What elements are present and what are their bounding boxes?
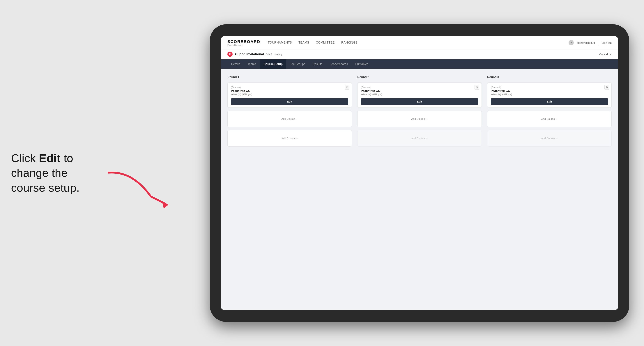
round-1-course-card: 🗑 (Course A) Peachtree GC Yellow (M) (66… — [228, 82, 352, 108]
round-3-edit-button[interactable]: Edit — [491, 98, 608, 105]
edit-bold: Edit — [39, 152, 60, 165]
round-1-add-course-2[interactable]: Add Course + — [228, 130, 352, 147]
main-content: Round 1 🗑 (Course A) Peachtree GC Yellow… — [221, 69, 618, 310]
logo-area: SCOREBOARD Powered by clippd — [228, 39, 260, 46]
round-3-column: Round 3 🗑 (Course A) Peachtree GC Yellow… — [487, 76, 612, 147]
add-plus-icon-r3-2: + — [556, 137, 558, 140]
user-email: blair@clippd.io — [577, 41, 595, 44]
tab-bar: Details Teams Course Setup Tee Groups Re… — [221, 59, 618, 69]
nav-teams[interactable]: TEAMS — [298, 40, 309, 45]
tab-teams[interactable]: Teams — [244, 59, 260, 69]
tab-tee-groups[interactable]: Tee Groups — [286, 59, 309, 69]
tab-leaderboards[interactable]: Leaderboards — [326, 59, 352, 69]
round-3-add-course-1[interactable]: Add Course + — [487, 111, 612, 127]
brand-logo-icon: C — [228, 52, 232, 57]
add-course-label-r3-1: Add Course — [541, 117, 555, 120]
hosting-badge: Hosting — [274, 53, 282, 56]
tab-course-setup[interactable]: Course Setup — [260, 59, 286, 69]
trash-icon-3: 🗑 — [606, 86, 608, 89]
round-2-column: Round 2 🗑 (Course A) Peachtree GC Yellow… — [357, 76, 482, 147]
top-navbar: SCOREBOARD Powered by clippd TOURNAMENTS… — [221, 36, 618, 49]
svg-marker-0 — [162, 201, 168, 208]
trash-icon: 🗑 — [346, 86, 348, 89]
round-2-edit-button[interactable]: Edit — [361, 98, 478, 105]
add-plus-icon-r2-1: + — [426, 117, 428, 121]
round-3-course-details: Yellow (M) (6629 yds) — [491, 93, 608, 96]
round-3-add-course-2: Add Course + — [487, 130, 612, 147]
round-2-delete-button[interactable]: 🗑 — [474, 85, 479, 90]
tablet-device: SCOREBOARD Powered by clippd TOURNAMENTS… — [210, 24, 629, 322]
nav-tournaments[interactable]: TOURNAMENTS — [268, 40, 292, 45]
round-2-add-course-1[interactable]: Add Course + — [357, 111, 482, 127]
close-icon[interactable]: ✕ — [609, 53, 612, 56]
nav-separator: | — [598, 41, 598, 44]
add-course-label-r2-2: Add Course — [411, 137, 425, 140]
add-plus-icon-2: + — [296, 137, 298, 140]
round-1-label: Round 1 — [228, 76, 352, 79]
round-1-add-course-1[interactable]: Add Course + — [228, 111, 352, 127]
round-2-label: Round 2 — [357, 76, 482, 79]
breadcrumb-bar: C Clippd Invitational (Men) Hosting Canc… — [221, 49, 618, 59]
add-course-label-2: Add Course — [281, 137, 295, 140]
tab-results[interactable]: Results — [309, 59, 326, 69]
round-2-add-course-2: Add Course + — [357, 130, 482, 147]
nav-right: B blair@clippd.io | Sign out — [568, 40, 612, 45]
user-avatar: B — [568, 40, 574, 45]
add-course-label-1: Add Course — [281, 117, 295, 120]
round-3-delete-button[interactable]: 🗑 — [604, 85, 609, 90]
round-1-edit-button[interactable]: Edit — [231, 98, 348, 105]
round-1-course-tag: (Course A) — [231, 86, 348, 89]
round-3-label: Round 3 — [487, 76, 612, 79]
round-3-course-name: Peachtree GC — [491, 89, 608, 93]
rounds-grid: Round 1 🗑 (Course A) Peachtree GC Yellow… — [228, 76, 612, 147]
round-2-course-name: Peachtree GC — [361, 89, 478, 93]
round-1-course-name: Peachtree GC — [231, 89, 348, 93]
add-plus-icon-r3-1: + — [556, 117, 558, 121]
instruction-text: Click Edit tochange thecourse setup. — [11, 151, 118, 195]
tournament-title: Clippd Invitational — [235, 52, 264, 56]
sign-out-link[interactable]: Sign out — [602, 41, 612, 44]
nav-links: TOURNAMENTS TEAMS COMMITTEE RANKINGS — [268, 40, 569, 45]
round-2-course-details: Yellow (M) (6629 yds) — [361, 93, 478, 96]
add-course-label-r3-2: Add Course — [541, 137, 555, 140]
round-1-course-details: Yellow (M) (6629 yds) — [231, 93, 348, 96]
tablet-screen: SCOREBOARD Powered by clippd TOURNAMENTS… — [221, 36, 618, 310]
trash-icon-2: 🗑 — [476, 86, 478, 89]
tournament-gender: (Men) — [266, 53, 272, 56]
round-2-course-card: 🗑 (Course A) Peachtree GC Yellow (M) (66… — [357, 82, 482, 108]
add-plus-icon-r2-2: + — [426, 137, 428, 140]
round-3-course-tag: (Course A) — [491, 86, 608, 89]
round-2-course-tag: (Course A) — [361, 86, 478, 89]
round-1-delete-button[interactable]: 🗑 — [345, 85, 350, 90]
cancel-button[interactable]: Cancel — [599, 53, 608, 56]
nav-committee[interactable]: COMMITTEE — [316, 40, 334, 45]
tab-details[interactable]: Details — [228, 59, 244, 69]
app-logo: SCOREBOARD — [228, 39, 260, 44]
round-1-column: Round 1 🗑 (Course A) Peachtree GC Yellow… — [228, 76, 352, 147]
tab-printables[interactable]: Printables — [352, 59, 372, 69]
nav-rankings[interactable]: RANKINGS — [341, 40, 358, 45]
add-plus-icon-1: + — [296, 117, 298, 121]
add-course-label-r2-1: Add Course — [411, 117, 425, 120]
round-3-course-card: 🗑 (Course A) Peachtree GC Yellow (M) (66… — [487, 82, 612, 108]
logo-subtitle: Powered by clippd — [228, 44, 260, 46]
